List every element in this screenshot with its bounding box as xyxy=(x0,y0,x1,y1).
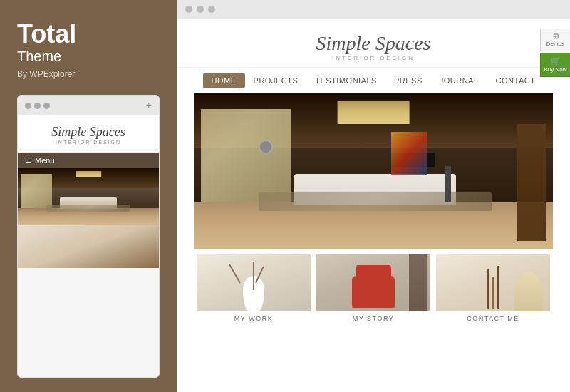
thumb-contact-label: CONTACT ME xyxy=(467,311,519,324)
main-area: Simple Spaces INTERIOR DESIGN HOME PROJE… xyxy=(177,0,570,392)
thumb-my-work-image xyxy=(197,254,311,311)
browser-dot-1 xyxy=(185,6,192,13)
room-scene-bottom xyxy=(18,225,159,268)
sidebar: Total Theme By WPExplorer + Simple Space… xyxy=(0,0,177,392)
nav-home[interactable]: HOME xyxy=(203,73,245,88)
browser-dot-2 xyxy=(197,6,204,13)
site-nav: HOME PROJECTS TESTIMONIALS PRESS JOURNAL… xyxy=(177,68,570,93)
buy-now-label: Buy Now xyxy=(544,66,567,73)
floor-lamp xyxy=(445,166,451,202)
site-content: Simple Spaces INTERIOR DESIGN HOME PROJE… xyxy=(177,19,570,392)
browser-dot-3 xyxy=(208,6,215,13)
nav-press[interactable]: PRESS xyxy=(385,73,431,88)
room-light xyxy=(76,171,101,178)
contact-chair xyxy=(514,272,543,311)
branch-decoration xyxy=(253,262,254,290)
thumb-my-work-label: MY WORK xyxy=(234,311,273,324)
story-shelf xyxy=(409,254,427,311)
deco-stick-2 xyxy=(492,277,494,309)
preview-plus-button[interactable]: + xyxy=(146,100,152,111)
hamburger-icon: ☰ xyxy=(25,156,31,164)
right-buttons: ⊞ Demos 🛒 Buy Now xyxy=(540,29,570,77)
nav-testimonials[interactable]: TESTIMONIALS xyxy=(306,73,385,88)
thumb-contact-image xyxy=(436,254,550,311)
site-header: Simple Spaces INTERIOR DESIGN xyxy=(177,19,570,68)
demos-label: Demos xyxy=(544,41,567,48)
hero-image xyxy=(194,93,553,249)
cart-icon: 🛒 xyxy=(544,56,567,66)
room-scene xyxy=(18,168,159,225)
hero-light xyxy=(338,101,410,125)
armchair-back xyxy=(356,265,391,279)
deco-stick-3 xyxy=(497,266,499,309)
nav-contact[interactable]: CONTACT xyxy=(487,73,544,88)
preview-logo-area: Simple Spaces INTERIOR DESIGN xyxy=(18,115,159,153)
demos-icon: ⊞ xyxy=(544,32,567,41)
theme-author: By WPExplorer xyxy=(17,69,160,79)
thumb-my-story-image xyxy=(316,254,430,311)
preview-logo-text: Simple Spaces xyxy=(29,125,147,140)
nav-journal[interactable]: JOURNAL xyxy=(431,73,487,88)
thumb-contact-me[interactable]: CONTACT ME xyxy=(436,254,550,392)
room-rug xyxy=(46,205,131,212)
theme-title: Total xyxy=(17,21,160,47)
bookshelf xyxy=(517,124,546,241)
preview-dots xyxy=(25,103,50,109)
thumb-my-work[interactable]: MY WORK xyxy=(197,254,311,392)
hero-rug xyxy=(259,192,492,211)
branch-left xyxy=(229,264,241,283)
wall-clock xyxy=(259,140,273,154)
deco-stick-1 xyxy=(487,269,489,309)
thumb-my-story-label: MY STORY xyxy=(353,311,395,324)
preview-hero-image xyxy=(18,168,159,225)
wall-art xyxy=(391,132,427,175)
preview-images xyxy=(18,168,159,377)
browser-chrome xyxy=(177,0,570,19)
preview-logo-sub: INTERIOR DESIGN xyxy=(29,140,147,145)
site-tagline: INTERIOR DESIGN xyxy=(191,55,556,61)
theme-subtitle: Theme xyxy=(17,48,160,65)
site-logo: Simple Spaces xyxy=(191,31,556,55)
preview-card-header: + xyxy=(18,96,159,115)
nav-projects[interactable]: PROJECTS xyxy=(245,73,307,88)
preview-bottom-image xyxy=(18,225,159,268)
preview-menu-bar: ☰ Menu xyxy=(18,153,159,168)
hero-section xyxy=(194,93,553,249)
dot-2 xyxy=(34,103,41,109)
preview-card: + Simple Spaces INTERIOR DESIGN ☰ Menu xyxy=(17,95,160,378)
thumb-my-story[interactable]: MY STORY xyxy=(316,254,430,392)
armchair xyxy=(352,276,395,308)
dot-1 xyxy=(25,103,31,109)
preview-menu-label: Menu xyxy=(35,156,55,165)
buy-now-button[interactable]: 🛒 Buy Now xyxy=(540,53,570,77)
thumbnails-section: MY WORK MY STORY xyxy=(177,249,570,392)
dot-3 xyxy=(43,103,50,109)
demos-button[interactable]: ⊞ Demos xyxy=(540,29,570,51)
